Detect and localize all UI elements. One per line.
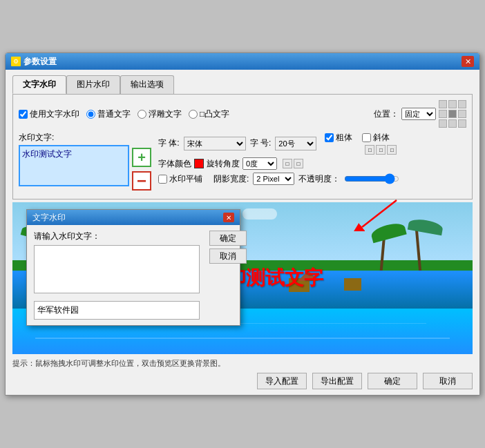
grid-bc[interactable] xyxy=(448,119,457,128)
dialog-buttons: 确定 取消 xyxy=(209,231,247,264)
position-select[interactable]: 固定 平铺 xyxy=(401,108,436,120)
window-close-button[interactable]: ✕ xyxy=(462,56,474,67)
options-row-1: 使用文字水印 普通文字 浮雕文字 □凸文字 位置： 固定 xyxy=(19,100,466,128)
dialog-body: 请输入水印文字： 确定 取消 华军软件园 xyxy=(27,225,240,325)
size-select[interactable]: 20号 12号 16号 24号 36号 xyxy=(275,137,316,150)
dialog-title-bar: 文字水印 ✕ xyxy=(27,210,240,225)
dialog-close-button[interactable]: ✕ xyxy=(223,213,234,222)
normal-text-radio-label[interactable]: 普通文字 xyxy=(86,108,131,120)
main-window: ⚙ 参数设置 ✕ 文字水印 图片水印 输出选项 使用文字水印 普通文字 xyxy=(5,52,480,396)
tile-label[interactable]: 水印平铺 xyxy=(158,173,202,185)
ok-button[interactable]: 确定 xyxy=(368,373,417,389)
add-watermark-button[interactable]: + xyxy=(132,148,151,167)
preview-container: 文字水印 ✕ 请输入水印文字： 确定 取消 华军软件园 xyxy=(12,202,473,354)
grid-mc[interactable] xyxy=(448,110,457,118)
remove-watermark-button[interactable]: − xyxy=(132,171,151,191)
style-btn-1[interactable]: □ xyxy=(365,145,374,155)
tab-output-options[interactable]: 输出选项 xyxy=(120,75,174,94)
dialog-left: 请输入水印文字： xyxy=(34,231,200,295)
color-rotate-row: 字体颜色 旋转角度 0度 45度 90度 -45度 □ □ xyxy=(158,157,466,170)
shadow-select[interactable]: 2 Pixel 0 Pixel 4 Pixel xyxy=(253,173,294,185)
add-remove-buttons: + − xyxy=(132,148,151,191)
grid-mr[interactable] xyxy=(458,110,466,118)
grid-tc[interactable] xyxy=(448,100,457,108)
italic-label[interactable]: 斜体 xyxy=(362,132,390,144)
dialog-ok-button[interactable]: 确定 xyxy=(209,231,247,246)
grid-ml[interactable] xyxy=(439,110,447,118)
emboss-text-radio-label[interactable]: □凸文字 xyxy=(189,108,229,120)
use-text-watermark-checkbox[interactable] xyxy=(19,110,28,119)
bottom-buttons: 导入配置 导出配置 确定 取消 xyxy=(12,373,473,389)
dialog-input[interactable] xyxy=(34,245,200,293)
title-bar: ⚙ 参数设置 ✕ xyxy=(6,53,479,70)
dialog-current-value: 华军软件园 xyxy=(34,301,200,320)
watermark-text-area[interactable]: 水印测试文字 xyxy=(19,145,129,186)
opacity-slider[interactable] xyxy=(344,175,399,182)
font-size-row: 字 体: 宋体 黑体 楷体 字 号: 20号 12号 16号 24号 xyxy=(158,132,466,155)
use-text-watermark-label[interactable]: 使用文字水印 xyxy=(19,108,79,120)
style-btn-3[interactable]: □ xyxy=(387,145,397,155)
emboss-text-radio[interactable] xyxy=(189,110,198,119)
rot-btn-2[interactable]: □ xyxy=(294,159,303,168)
rotate-select[interactable]: 0度 45度 90度 -45度 xyxy=(242,157,277,170)
cancel-button[interactable]: 取消 xyxy=(423,373,473,389)
float-text-radio[interactable] xyxy=(137,110,146,119)
position-grid xyxy=(439,100,466,128)
dialog-input-row: 请输入水印文字： 确定 取消 xyxy=(34,231,233,295)
main-content: 文字水印 图片水印 输出选项 使用文字水印 普通文字 浮雕文字 xyxy=(6,70,479,395)
font-select[interactable]: 宋体 黑体 楷体 xyxy=(184,137,246,150)
watermark-text-group: 水印文字: 水印测试文字 + − xyxy=(19,132,151,191)
grid-bl[interactable] xyxy=(439,119,447,128)
style-buttons: 粗体 斜体 □ □ □ xyxy=(325,132,397,155)
export-config-button[interactable]: 导出配置 xyxy=(312,373,362,389)
hut-roof-1 xyxy=(298,271,318,281)
normal-text-radio[interactable] xyxy=(86,110,95,119)
grid-br[interactable] xyxy=(458,119,466,128)
bold-label[interactable]: 粗体 xyxy=(325,132,352,144)
tile-shadow-opacity-row: 水印平铺 阴影宽度: 2 Pixel 0 Pixel 4 Pixel 不透明度： xyxy=(158,173,466,185)
rot-btn-1[interactable]: □ xyxy=(283,159,292,168)
color-picker[interactable] xyxy=(194,159,204,168)
tab-content-text-watermark: 使用文字水印 普通文字 浮雕文字 □凸文字 位置： 固定 xyxy=(12,94,473,199)
tab-text-watermark[interactable]: 文字水印 xyxy=(12,75,66,94)
import-config-button[interactable]: 导入配置 xyxy=(257,373,307,389)
hut-2 xyxy=(344,278,361,291)
grid-tr[interactable] xyxy=(458,100,466,108)
dialog-cancel-button[interactable]: 取消 xyxy=(209,249,247,264)
watermark-text-label: 水印文字: xyxy=(19,132,151,144)
window-icon: ⚙ xyxy=(11,57,21,66)
position-group: 位置： 固定 平铺 xyxy=(374,100,466,128)
bold-checkbox[interactable] xyxy=(325,133,334,142)
tile-checkbox[interactable] xyxy=(158,175,167,184)
grid-tl[interactable] xyxy=(439,100,447,108)
italic-checkbox[interactable] xyxy=(362,133,371,142)
font-controls: 字 体: 宋体 黑体 楷体 字 号: 20号 12号 16号 24号 xyxy=(158,132,466,185)
pool-line-1 xyxy=(35,338,449,339)
float-text-radio-label[interactable]: 浮雕文字 xyxy=(137,108,182,120)
text-watermark-dialog: 文字水印 ✕ 请输入水印文字： 确定 取消 华军软件园 xyxy=(26,209,240,326)
tip-text: 提示：鼠标拖拽水印可调整水印位置，双击预览区更换背景图。 xyxy=(12,358,473,369)
cloud-3 xyxy=(242,208,277,220)
dialog-prompt: 请输入水印文字： xyxy=(34,231,200,242)
tab-bar: 文字水印 图片水印 输出选项 xyxy=(12,75,473,94)
tab-image-watermark[interactable]: 图片水印 xyxy=(66,75,120,94)
window-title: 参数设置 xyxy=(23,56,57,68)
style-btn-2[interactable]: □ xyxy=(376,145,386,155)
